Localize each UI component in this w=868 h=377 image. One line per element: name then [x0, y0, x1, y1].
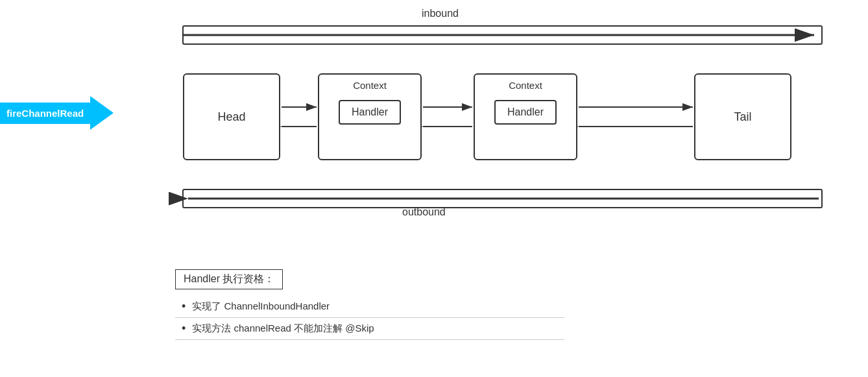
handler-label-1: Handler	[352, 106, 388, 117]
svg-rect-6	[183, 189, 822, 208]
head-label: Head	[217, 110, 245, 124]
info-area: Handler 执行资格： • 实现了 ChannelInboundHandle…	[175, 269, 564, 340]
inbound-label: inbound	[422, 8, 459, 19]
handler-label-2: Handler	[507, 106, 544, 117]
info-text-2: 实现方法 channelRead 不能加注解 @Skip	[192, 322, 374, 335]
context-box-2: Context Handler	[474, 73, 577, 160]
svg-rect-5	[183, 26, 822, 44]
info-item-1: • 实现了 ChannelInboundHandler	[175, 296, 564, 318]
context-box-1: Context Handler	[318, 73, 422, 160]
handler-inner-1: Handler	[339, 100, 401, 125]
bullet-1: •	[182, 300, 186, 313]
context-label-1: Context	[353, 80, 387, 91]
info-item-2: • 实现方法 channelRead 不能加注解 @Skip	[175, 318, 564, 340]
context-label-2: Context	[509, 80, 542, 91]
info-text-1: 实现了 ChannelInboundHandler	[192, 300, 330, 313]
fire-channel-read-arrowhead	[90, 96, 114, 130]
fire-channel-read: fireChannelRead	[0, 96, 114, 130]
tail-label: Tail	[734, 110, 751, 124]
head-box: Head	[183, 73, 280, 160]
tail-box: Tail	[694, 73, 791, 160]
outbound-label: outbound	[402, 206, 446, 218]
handler-inner-2: Handler	[494, 100, 557, 125]
bullet-2: •	[182, 322, 186, 335]
fire-channel-read-label: fireChannelRead	[0, 103, 90, 124]
info-title: Handler 执行资格：	[175, 269, 283, 289]
